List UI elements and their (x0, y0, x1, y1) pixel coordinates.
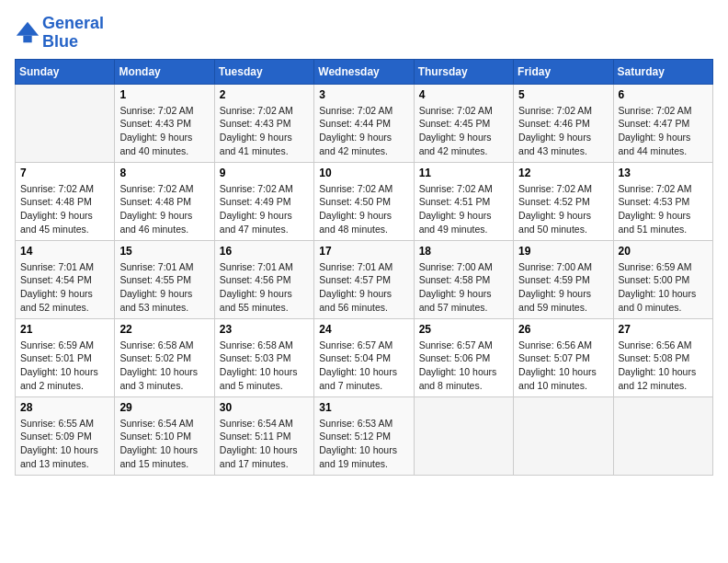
weekday-header: Thursday (414, 59, 513, 84)
calendar-day-cell: 20Sunrise: 6:59 AMSunset: 5:00 PMDayligh… (613, 240, 712, 318)
day-number: 13 (619, 167, 708, 179)
weekday-header: Monday (115, 59, 214, 84)
weekday-header: Wednesday (314, 59, 414, 84)
calendar-day-cell (16, 84, 115, 162)
day-info: Sunrise: 7:02 AMSunset: 4:48 PMDaylight:… (20, 182, 109, 236)
day-number: 31 (319, 401, 408, 414)
day-number: 17 (319, 245, 408, 258)
calendar-day-cell: 21Sunrise: 6:59 AMSunset: 5:01 PMDayligh… (16, 318, 115, 396)
day-info: Sunrise: 6:57 AMSunset: 5:04 PMDaylight:… (319, 339, 408, 393)
weekday-header: Saturday (613, 59, 712, 84)
calendar-table: SundayMondayTuesdayWednesdayThursdayFrid… (15, 59, 713, 476)
calendar-day-cell: 8Sunrise: 7:02 AMSunset: 4:48 PMDaylight… (115, 162, 214, 240)
calendar-week-row: 21Sunrise: 6:59 AMSunset: 5:01 PMDayligh… (16, 318, 713, 396)
day-info: Sunrise: 7:01 AMSunset: 4:56 PMDaylight:… (220, 260, 309, 315)
calendar-day-cell: 14Sunrise: 7:01 AMSunset: 4:54 PMDayligh… (16, 240, 115, 318)
weekday-header: Tuesday (214, 59, 313, 84)
calendar-day-cell (613, 396, 712, 475)
day-number: 18 (419, 245, 508, 258)
day-number: 30 (220, 401, 309, 414)
day-info: Sunrise: 7:02 AMSunset: 4:53 PMDaylight:… (619, 182, 708, 236)
day-info: Sunrise: 7:02 AMSunset: 4:43 PMDaylight:… (220, 104, 309, 158)
calendar-day-cell: 1Sunrise: 7:02 AMSunset: 4:43 PMDaylight… (115, 84, 214, 162)
day-info: Sunrise: 7:02 AMSunset: 4:51 PMDaylight:… (419, 182, 508, 236)
calendar-day-cell (514, 396, 613, 475)
day-number: 28 (20, 401, 109, 414)
day-number: 20 (619, 245, 708, 258)
page-header: General Blue (15, 15, 713, 52)
calendar-day-cell: 23Sunrise: 6:58 AMSunset: 5:03 PMDayligh… (214, 318, 313, 396)
calendar-day-cell: 22Sunrise: 6:58 AMSunset: 5:02 PMDayligh… (115, 318, 214, 396)
day-number: 6 (619, 88, 708, 101)
calendar-day-cell: 7Sunrise: 7:02 AMSunset: 4:48 PMDaylight… (16, 162, 115, 240)
day-number: 14 (20, 245, 109, 258)
day-info: Sunrise: 7:02 AMSunset: 4:44 PMDaylight:… (319, 104, 408, 158)
day-number: 29 (119, 401, 209, 414)
calendar-day-cell: 12Sunrise: 7:02 AMSunset: 4:52 PMDayligh… (514, 162, 613, 240)
svg-marker-0 (17, 22, 39, 36)
calendar-day-cell: 30Sunrise: 6:54 AMSunset: 5:11 PMDayligh… (214, 396, 313, 475)
calendar-day-cell: 25Sunrise: 6:57 AMSunset: 5:06 PMDayligh… (414, 318, 513, 396)
calendar-day-cell: 27Sunrise: 6:56 AMSunset: 5:08 PMDayligh… (613, 318, 712, 396)
day-number: 2 (220, 88, 309, 101)
calendar-day-cell: 9Sunrise: 7:02 AMSunset: 4:49 PMDaylight… (214, 162, 313, 240)
day-number: 3 (319, 88, 408, 101)
day-number: 5 (518, 88, 608, 101)
day-info: Sunrise: 7:02 AMSunset: 4:45 PMDaylight:… (419, 104, 508, 158)
day-info: Sunrise: 6:57 AMSunset: 5:06 PMDaylight:… (419, 339, 508, 393)
day-number: 21 (20, 323, 109, 336)
day-info: Sunrise: 6:56 AMSunset: 5:07 PMDaylight:… (518, 339, 608, 393)
day-number: 23 (220, 323, 309, 336)
day-number: 22 (119, 323, 209, 336)
day-number: 27 (619, 323, 708, 336)
day-info: Sunrise: 7:00 AMSunset: 4:59 PMDaylight:… (518, 260, 608, 315)
logo: General Blue (15, 15, 104, 52)
day-info: Sunrise: 6:56 AMSunset: 5:08 PMDaylight:… (619, 339, 708, 393)
calendar-day-cell: 6Sunrise: 7:02 AMSunset: 4:47 PMDaylight… (613, 84, 712, 162)
day-info: Sunrise: 6:59 AMSunset: 5:01 PMDaylight:… (20, 339, 109, 393)
day-info: Sunrise: 6:59 AMSunset: 5:00 PMDaylight:… (619, 260, 708, 315)
calendar-day-cell: 10Sunrise: 7:02 AMSunset: 4:50 PMDayligh… (314, 162, 414, 240)
day-number: 16 (220, 245, 309, 258)
calendar-week-row: 14Sunrise: 7:01 AMSunset: 4:54 PMDayligh… (16, 240, 713, 318)
day-number: 15 (119, 245, 209, 258)
logo-icon (15, 20, 40, 46)
calendar-day-cell: 3Sunrise: 7:02 AMSunset: 4:44 PMDaylight… (314, 84, 414, 162)
day-number: 11 (419, 167, 508, 179)
calendar-week-row: 1Sunrise: 7:02 AMSunset: 4:43 PMDaylight… (16, 84, 713, 162)
day-number: 24 (319, 323, 408, 336)
calendar-day-cell: 26Sunrise: 6:56 AMSunset: 5:07 PMDayligh… (514, 318, 613, 396)
calendar-day-cell: 19Sunrise: 7:00 AMSunset: 4:59 PMDayligh… (514, 240, 613, 318)
day-info: Sunrise: 6:58 AMSunset: 5:03 PMDaylight:… (220, 339, 309, 393)
day-info: Sunrise: 7:01 AMSunset: 4:55 PMDaylight:… (119, 260, 209, 315)
calendar-day-cell (414, 396, 513, 475)
day-number: 4 (419, 88, 508, 101)
day-info: Sunrise: 7:01 AMSunset: 4:54 PMDaylight:… (20, 260, 109, 315)
calendar-day-cell: 13Sunrise: 7:02 AMSunset: 4:53 PMDayligh… (613, 162, 712, 240)
day-info: Sunrise: 6:58 AMSunset: 5:02 PMDaylight:… (119, 339, 209, 393)
logo-text: General Blue (42, 15, 104, 52)
calendar-week-row: 28Sunrise: 6:55 AMSunset: 5:09 PMDayligh… (16, 396, 713, 475)
calendar-day-cell: 4Sunrise: 7:02 AMSunset: 4:45 PMDaylight… (414, 84, 513, 162)
calendar-header: SundayMondayTuesdayWednesdayThursdayFrid… (16, 59, 713, 84)
weekday-header: Sunday (16, 59, 115, 84)
weekday-header: Friday (514, 59, 613, 84)
day-number: 1 (119, 88, 209, 101)
day-info: Sunrise: 7:02 AMSunset: 4:50 PMDaylight:… (319, 182, 408, 236)
calendar-day-cell: 15Sunrise: 7:01 AMSunset: 4:55 PMDayligh… (115, 240, 214, 318)
day-info: Sunrise: 6:54 AMSunset: 5:10 PMDaylight:… (119, 417, 209, 471)
calendar-day-cell: 16Sunrise: 7:01 AMSunset: 4:56 PMDayligh… (214, 240, 313, 318)
calendar-day-cell: 11Sunrise: 7:02 AMSunset: 4:51 PMDayligh… (414, 162, 513, 240)
day-info: Sunrise: 7:02 AMSunset: 4:47 PMDaylight:… (619, 104, 708, 158)
day-info: Sunrise: 6:54 AMSunset: 5:11 PMDaylight:… (220, 417, 309, 471)
calendar-day-cell: 24Sunrise: 6:57 AMSunset: 5:04 PMDayligh… (314, 318, 414, 396)
calendar-day-cell: 29Sunrise: 6:54 AMSunset: 5:10 PMDayligh… (115, 396, 214, 475)
day-number: 26 (518, 323, 608, 336)
calendar-day-cell: 18Sunrise: 7:00 AMSunset: 4:58 PMDayligh… (414, 240, 513, 318)
day-number: 12 (518, 167, 608, 179)
day-number: 19 (518, 245, 608, 258)
calendar-day-cell: 17Sunrise: 7:01 AMSunset: 4:57 PMDayligh… (314, 240, 414, 318)
day-number: 8 (119, 167, 209, 179)
day-info: Sunrise: 7:02 AMSunset: 4:43 PMDaylight:… (119, 104, 209, 158)
calendar-week-row: 7Sunrise: 7:02 AMSunset: 4:48 PMDaylight… (16, 162, 713, 240)
